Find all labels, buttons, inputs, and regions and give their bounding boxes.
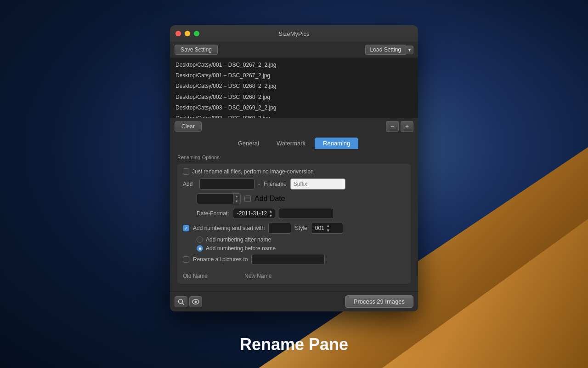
numbering-start-input[interactable]: 1 [268,223,291,234]
page-caption: Rename Pane [240,335,348,354]
list-item: Desktop/Catsy/001 – DSC_0267_2_2.jpg [170,60,418,70]
list-item: Desktop/Catsy/001 – DSC_0267_2.jpg [170,70,418,81]
date-format-arrow[interactable]: ▲ ▼ [269,209,273,218]
stepper-down[interactable]: ▼ [233,199,240,204]
traffic-lights [175,31,199,36]
filename-label: Filename [264,181,286,187]
save-setting-button[interactable]: Save Setting [175,45,218,55]
tab-bar: General Watermark Renaming [170,135,418,149]
icon-buttons: − + [386,121,413,132]
controls-bar: Clear − + [170,118,418,135]
add-button[interactable]: + [401,121,413,132]
old-name-label: Old Name [183,273,208,279]
radio-after-label: Add numbering after name [206,236,271,243]
titlebar: SizeMyPics [170,25,418,42]
main-content: Renaming-Options Just rename all files, … [170,149,418,291]
minimize-button[interactable] [185,31,190,36]
bottom-icon-group [175,296,202,307]
add-filename-row: Add - Filename [183,178,405,190]
date-input-wrap: 17. 4.2019 ▲ ▼ [197,193,241,204]
process-button[interactable]: Process 29 Images [345,295,413,308]
style-value: 001 [313,225,326,231]
add-date-checkbox[interactable] [244,196,251,202]
rename-all-label: Rename all pictures to [193,256,248,263]
svg-line-1 [182,303,184,305]
date-stepper[interactable]: ▲ ▼ [233,193,241,204]
bottom-bar: Process 29 Images [170,291,418,311]
add-label: Add [183,181,196,187]
style-label: Style [295,225,307,231]
radio-before-button[interactable] [197,245,203,252]
section-title: Renaming-Options [177,155,411,160]
remove-button[interactable]: − [386,121,399,132]
rename-all-input[interactable]: -Catsy [251,254,325,265]
load-setting-arrow[interactable]: ▾ [406,46,413,54]
rename-all-row: Rename all pictures to -Catsy [183,254,405,265]
suffix-input[interactable] [290,178,345,190]
date-format-select[interactable]: -2011-31-12 ▲ ▼ [233,208,275,219]
eye-icon-button[interactable] [189,296,202,307]
date-format-value: -2011-31-12 [235,210,269,217]
radio-after-row: Add numbering after name [183,236,405,243]
just-rename-row: Just rename all files, perfom no image-c… [183,168,405,175]
tab-general[interactable]: General [230,138,267,149]
load-setting-group: Load Setting ▾ [365,45,413,55]
file-list[interactable]: Desktop/Catsy/001 – DSC_0267_2_2.jpg Des… [170,58,418,118]
close-button[interactable] [175,31,181,36]
numbering-label: Add numbering and start with [193,225,265,231]
add-date-label: Add Date [254,195,285,203]
numbering-checkbox[interactable] [183,225,189,231]
list-item: Desktop/Catsy/002 – DSC_0268_2.jpg [170,92,418,103]
list-item: Desktop/Catsy/003 – DSC_0269_2.jpg [170,113,418,118]
clear-button[interactable]: Clear [175,121,202,132]
window-title: SizeMyPics [278,30,309,37]
svg-point-3 [195,300,197,303]
style-select[interactable]: 001 ▲ ▼ [311,223,343,234]
date-format-hint-input[interactable]: -yyyy-MM-dd [279,208,334,219]
app-window: SizeMyPics Save Setting Load Setting ▾ D… [170,25,418,311]
date-row: 17. 4.2019 ▲ ▼ Add Date [183,193,405,204]
preview-section: Old Name New Name [183,269,405,279]
numbering-row: Add numbering and start with 1 Style 001… [183,223,405,234]
renaming-options-section: Just rename all files, perfom no image-c… [177,164,411,284]
just-rename-label: Just rename all files, perfom no image-c… [192,168,314,175]
stepper-up[interactable]: ▲ [233,194,240,199]
maximize-button[interactable] [194,31,199,36]
load-setting-button[interactable]: Load Setting [365,45,406,55]
date-format-label: Date-Format: [197,210,229,217]
rename-all-checkbox[interactable] [183,256,189,263]
magnify-icon-button[interactable] [175,296,187,307]
new-name-label: New Name [244,273,271,279]
radio-before-row: Add numbering before name [183,245,405,252]
just-rename-checkbox[interactable] [183,168,189,175]
dash-label: - [258,181,260,188]
radio-before-label: Add numbering before name [206,245,276,252]
tab-renaming[interactable]: Renaming [315,138,358,149]
date-format-row: Date-Format: -2011-31-12 ▲ ▼ -yyyy-MM-dd [183,208,405,219]
list-item: Desktop/Catsy/003 – DSC_0269_2_2.jpg [170,103,418,113]
style-arrow[interactable]: ▲ ▼ [326,224,330,233]
list-item: Desktop/Catsy/002 – DSC_0268_2_2.jpg [170,81,418,92]
tab-watermark[interactable]: Watermark [268,138,314,149]
toolbar: Save Setting Load Setting ▾ [170,42,418,58]
add-input[interactable] [199,178,254,190]
date-input[interactable]: 17. 4.2019 [197,193,233,204]
radio-after-button[interactable] [197,236,203,243]
